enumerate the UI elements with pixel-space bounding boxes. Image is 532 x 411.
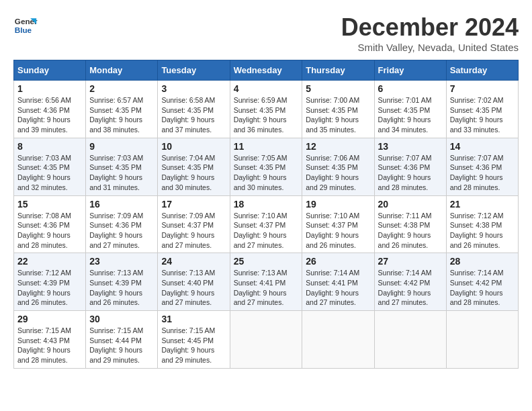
calendar-day-cell — [302, 311, 374, 369]
calendar-day-cell: 10Sunrise: 7:04 AM Sunset: 4:35 PM Dayli… — [158, 138, 230, 195]
day-info: Sunrise: 7:09 AM Sunset: 4:37 PM Dayligh… — [161, 211, 226, 250]
calendar-day-cell: 4Sunrise: 6:59 AM Sunset: 4:35 PM Daylig… — [230, 81, 302, 138]
day-info: Sunrise: 6:57 AM Sunset: 4:35 PM Dayligh… — [89, 95, 154, 135]
calendar-day-cell — [374, 311, 446, 369]
day-info: Sunrise: 7:02 AM Sunset: 4:35 PM Dayligh… — [450, 95, 515, 135]
day-number: 24 — [161, 256, 226, 267]
day-number: 4 — [234, 83, 299, 94]
calendar-day-cell: 17Sunrise: 7:09 AM Sunset: 4:37 PM Dayli… — [158, 195, 230, 253]
logo-icon: General Blue — [13, 13, 38, 38]
day-number: 6 — [378, 83, 443, 94]
day-number: 18 — [234, 199, 299, 210]
calendar-day-cell: 8Sunrise: 7:03 AM Sunset: 4:35 PM Daylig… — [14, 138, 86, 195]
calendar-day-cell: 24Sunrise: 7:13 AM Sunset: 4:40 PM Dayli… — [158, 253, 230, 311]
calendar-day-cell: 14Sunrise: 7:07 AM Sunset: 4:36 PM Dayli… — [446, 138, 518, 195]
day-info: Sunrise: 7:14 AM Sunset: 4:42 PM Dayligh… — [450, 268, 515, 308]
day-of-week-header: Tuesday — [158, 60, 230, 81]
day-info: Sunrise: 7:01 AM Sunset: 4:35 PM Dayligh… — [378, 95, 443, 135]
day-of-week-header: Monday — [86, 60, 158, 81]
calendar-day-cell: 3Sunrise: 6:58 AM Sunset: 4:35 PM Daylig… — [158, 81, 230, 138]
day-info: Sunrise: 7:07 AM Sunset: 4:36 PM Dayligh… — [378, 153, 443, 193]
day-of-week-header: Wednesday — [230, 60, 302, 81]
day-number: 1 — [17, 83, 82, 94]
calendar-day-cell: 5Sunrise: 7:00 AM Sunset: 4:35 PM Daylig… — [302, 81, 374, 138]
title-section: December 2024 Smith Valley, Nevada, Unit… — [341, 13, 519, 53]
calendar-header-row: SundayMondayTuesdayWednesdayThursdayFrid… — [14, 60, 519, 81]
day-number: 30 — [89, 314, 154, 324]
day-of-week-header: Sunday — [14, 60, 86, 81]
day-number: 8 — [17, 141, 82, 152]
day-number: 3 — [161, 83, 226, 94]
day-info: Sunrise: 7:10 AM Sunset: 4:37 PM Dayligh… — [234, 211, 299, 250]
calendar-day-cell: 21Sunrise: 7:12 AM Sunset: 4:38 PM Dayli… — [446, 195, 518, 253]
calendar-day-cell — [446, 311, 518, 369]
calendar-day-cell: 2Sunrise: 6:57 AM Sunset: 4:35 PM Daylig… — [86, 81, 158, 138]
day-info: Sunrise: 7:05 AM Sunset: 4:35 PM Dayligh… — [234, 153, 299, 193]
day-number: 14 — [450, 141, 515, 152]
day-number: 26 — [306, 256, 370, 267]
day-number: 31 — [161, 314, 226, 324]
day-of-week-header: Thursday — [302, 60, 374, 81]
calendar-day-cell: 1Sunrise: 6:56 AM Sunset: 4:36 PM Daylig… — [14, 81, 86, 138]
day-number: 13 — [378, 141, 443, 152]
day-info: Sunrise: 6:58 AM Sunset: 4:35 PM Dayligh… — [161, 95, 226, 135]
day-info: Sunrise: 7:11 AM Sunset: 4:38 PM Dayligh… — [378, 211, 443, 250]
calendar-day-cell: 28Sunrise: 7:14 AM Sunset: 4:42 PM Dayli… — [446, 253, 518, 311]
day-number: 17 — [161, 199, 226, 210]
day-number: 19 — [306, 199, 370, 210]
calendar-day-cell: 18Sunrise: 7:10 AM Sunset: 4:37 PM Dayli… — [230, 195, 302, 253]
day-number: 27 — [378, 256, 443, 267]
calendar-day-cell: 25Sunrise: 7:13 AM Sunset: 4:41 PM Dayli… — [230, 253, 302, 311]
calendar-day-cell: 13Sunrise: 7:07 AM Sunset: 4:36 PM Dayli… — [374, 138, 446, 195]
day-info: Sunrise: 7:12 AM Sunset: 4:39 PM Dayligh… — [17, 268, 82, 308]
day-info: Sunrise: 7:15 AM Sunset: 4:45 PM Dayligh… — [161, 326, 226, 365]
day-info: Sunrise: 7:03 AM Sunset: 4:35 PM Dayligh… — [17, 153, 82, 193]
calendar-day-cell: 26Sunrise: 7:14 AM Sunset: 4:41 PM Dayli… — [302, 253, 374, 311]
day-number: 16 — [89, 199, 154, 210]
location-subtitle: Smith Valley, Nevada, United States — [341, 42, 519, 53]
day-info: Sunrise: 6:59 AM Sunset: 4:35 PM Dayligh… — [234, 95, 299, 135]
day-info: Sunrise: 7:14 AM Sunset: 4:42 PM Dayligh… — [378, 268, 443, 308]
calendar-day-cell: 27Sunrise: 7:14 AM Sunset: 4:42 PM Dayli… — [374, 253, 446, 311]
day-number: 12 — [306, 141, 370, 152]
calendar-week-row: 15Sunrise: 7:08 AM Sunset: 4:36 PM Dayli… — [14, 195, 519, 253]
calendar-day-cell: 23Sunrise: 7:13 AM Sunset: 4:39 PM Dayli… — [86, 253, 158, 311]
calendar-day-cell: 29Sunrise: 7:15 AM Sunset: 4:43 PM Dayli… — [14, 311, 86, 369]
day-number: 11 — [234, 141, 299, 152]
day-number: 10 — [161, 141, 226, 152]
day-of-week-header: Saturday — [446, 60, 518, 81]
day-number: 15 — [17, 199, 82, 210]
day-number: 5 — [306, 83, 370, 94]
calendar-day-cell: 22Sunrise: 7:12 AM Sunset: 4:39 PM Dayli… — [14, 253, 86, 311]
day-info: Sunrise: 7:15 AM Sunset: 4:44 PM Dayligh… — [89, 326, 154, 365]
calendar-week-row: 22Sunrise: 7:12 AM Sunset: 4:39 PM Dayli… — [14, 253, 519, 311]
day-info: Sunrise: 7:10 AM Sunset: 4:37 PM Dayligh… — [306, 211, 370, 250]
day-info: Sunrise: 7:13 AM Sunset: 4:40 PM Dayligh… — [161, 268, 226, 308]
day-number: 22 — [17, 256, 82, 267]
calendar-body: 1Sunrise: 6:56 AM Sunset: 4:36 PM Daylig… — [14, 81, 519, 369]
calendar-day-cell: 19Sunrise: 7:10 AM Sunset: 4:37 PM Dayli… — [302, 195, 374, 253]
day-number: 29 — [17, 314, 82, 324]
page-header: General Blue December 2024 Smith Valley,… — [13, 13, 519, 53]
calendar-day-cell: 16Sunrise: 7:09 AM Sunset: 4:36 PM Dayli… — [86, 195, 158, 253]
day-info: Sunrise: 7:13 AM Sunset: 4:41 PM Dayligh… — [234, 268, 299, 308]
day-number: 25 — [234, 256, 299, 267]
day-info: Sunrise: 6:56 AM Sunset: 4:36 PM Dayligh… — [17, 95, 82, 135]
day-number: 21 — [450, 199, 515, 210]
calendar-table: SundayMondayTuesdayWednesdayThursdayFrid… — [13, 60, 519, 369]
calendar-day-cell: 20Sunrise: 7:11 AM Sunset: 4:38 PM Dayli… — [374, 195, 446, 253]
day-number: 20 — [378, 199, 443, 210]
day-number: 23 — [89, 256, 154, 267]
month-year-title: December 2024 — [341, 13, 519, 42]
day-info: Sunrise: 7:15 AM Sunset: 4:43 PM Dayligh… — [17, 326, 82, 365]
calendar-day-cell: 9Sunrise: 7:03 AM Sunset: 4:35 PM Daylig… — [86, 138, 158, 195]
day-number: 2 — [89, 83, 154, 94]
day-info: Sunrise: 7:08 AM Sunset: 4:36 PM Dayligh… — [17, 211, 82, 250]
svg-text:Blue: Blue — [15, 26, 32, 34]
calendar-day-cell: 12Sunrise: 7:06 AM Sunset: 4:35 PM Dayli… — [302, 138, 374, 195]
calendar-week-row: 1Sunrise: 6:56 AM Sunset: 4:36 PM Daylig… — [14, 81, 519, 138]
day-number: 7 — [450, 83, 515, 94]
day-number: 9 — [89, 141, 154, 152]
calendar-day-cell: 15Sunrise: 7:08 AM Sunset: 4:36 PM Dayli… — [14, 195, 86, 253]
day-info: Sunrise: 7:06 AM Sunset: 4:35 PM Dayligh… — [306, 153, 370, 193]
